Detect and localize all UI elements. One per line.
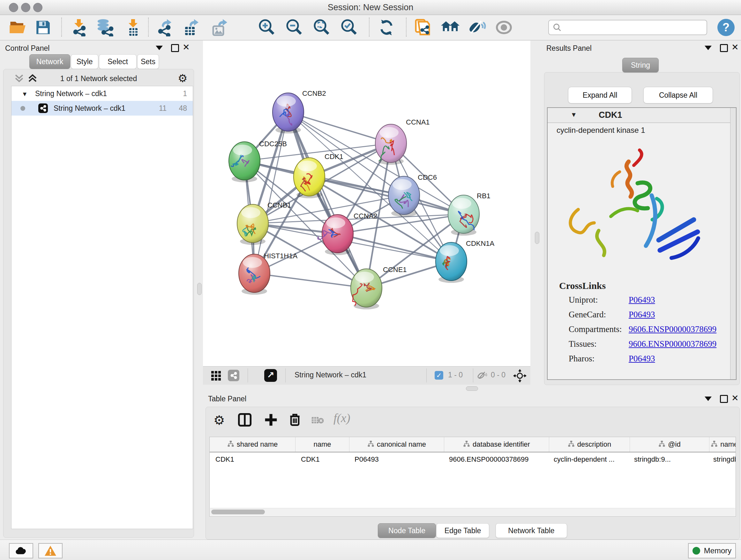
table-options-gear-icon[interactable]: ⚙ (213, 413, 225, 428)
table-cell[interactable]: 9606.ENSP00000378699 (443, 452, 548, 466)
export-image-icon[interactable] (211, 18, 229, 37)
table-horizontal-scrollbar[interactable] (210, 508, 735, 516)
network-row[interactable]: String Network – cdk1 11 48 (11, 101, 193, 116)
fit-content-icon[interactable] (312, 18, 331, 37)
memory-label: Memory (704, 546, 732, 555)
table-cell[interactable]: stringdb:9... (628, 452, 708, 466)
tab-string-results[interactable]: String (622, 58, 659, 72)
network-options-gear-icon[interactable]: ⚙ (178, 72, 187, 84)
results-scrollbar[interactable] (730, 108, 736, 379)
import-network-database-icon[interactable] (95, 18, 114, 37)
bottom-splitter-handle[interactable] (466, 386, 478, 391)
crosslink-compartments-link[interactable]: 9606.ENSP00000378699 (629, 324, 717, 334)
memory-button[interactable]: Memory (688, 543, 736, 558)
results-panel-close-icon[interactable]: ✕ (731, 44, 739, 51)
tab-edge-table[interactable]: Edge Table (436, 523, 489, 538)
cloud-button[interactable] (9, 543, 33, 558)
column-header-name[interactable]: name (295, 437, 349, 452)
control-panel-maximize-icon[interactable] (171, 44, 179, 52)
table-panel-close-icon[interactable]: ✕ (731, 395, 739, 401)
scrollbar-thumb[interactable] (211, 509, 265, 514)
help-icon[interactable]: ? (718, 19, 735, 36)
control-panel-float-icon[interactable] (156, 46, 163, 50)
export-table-icon[interactable] (183, 18, 201, 37)
crosslink-uniprot-link[interactable]: P06493 (629, 295, 655, 305)
grid-view-icon[interactable] (211, 371, 221, 381)
zoom-selected-icon[interactable] (340, 18, 358, 37)
network-node-ccna1[interactable]: CCNA1 (375, 118, 430, 165)
results-panel-maximize-icon[interactable] (720, 44, 728, 52)
export-network-icon[interactable] (156, 18, 174, 37)
network-node-cdc6[interactable]: CDC6 (388, 173, 437, 217)
table-cell[interactable]: cyclin-dependent ... (548, 452, 628, 466)
collection-caret-icon[interactable]: ▼ (22, 87, 28, 102)
column-header-namespac[interactable]: namespac (710, 437, 736, 452)
warning-button[interactable] (38, 543, 63, 558)
table-panel-float-icon[interactable] (704, 396, 712, 401)
column-header-database-identifier[interactable]: database identifier (444, 437, 549, 452)
column-header-shared-name[interactable]: shared name (210, 437, 295, 452)
gene-section-header[interactable]: ▼ CDK1 (548, 108, 736, 123)
left-splitter-handle[interactable] (197, 283, 202, 295)
control-panel-close-icon[interactable]: ✕ (183, 44, 190, 51)
network-node-hist1h1a[interactable]: HIST1H1A (239, 252, 297, 295)
table-cell[interactable]: CDK1 (210, 452, 295, 466)
tab-network[interactable]: Network (29, 54, 70, 69)
birds-eye-view-icon[interactable]: ↗ (264, 369, 277, 382)
show-columns-icon[interactable] (238, 413, 252, 428)
search-input[interactable] (548, 20, 707, 35)
expand-all-button[interactable]: Expand All (568, 87, 632, 104)
first-neighbors-icon[interactable] (441, 18, 460, 37)
network-edge[interactable] (254, 273, 366, 288)
show-all-icon[interactable] (495, 18, 514, 37)
tab-sets[interactable]: Sets (137, 54, 159, 69)
right-splitter-handle[interactable] (535, 232, 539, 244)
network-edge[interactable] (254, 112, 288, 273)
network-collection-row[interactable]: ▼ String Network – cdk1 1 (11, 86, 193, 101)
zoom-out-icon[interactable] (285, 18, 303, 37)
pan-crosshair-icon[interactable] (513, 369, 527, 384)
network-node-ccna2[interactable]: CCNA2 (318, 212, 378, 255)
function-builder-icon[interactable]: f(x) (333, 411, 350, 425)
table-cell[interactable]: CDK1 (295, 452, 349, 466)
table-cell[interactable]: P06493 (349, 452, 443, 466)
column-header-description[interactable]: description (549, 437, 630, 452)
crosslink-tissues-link[interactable]: 9606.ENSP00000378699 (629, 339, 717, 349)
hidden-eye-slash-icon[interactable] (477, 371, 488, 381)
string-view-icon[interactable] (228, 370, 239, 381)
results-panel-float-icon[interactable] (704, 46, 712, 50)
network-node-ccnb2[interactable]: CCNB2 (273, 89, 326, 133)
delete-column-icon[interactable] (288, 413, 301, 428)
crosslink-label: Uniprot: (569, 295, 598, 305)
table-row[interactable]: CDK1CDK1P064939606.ENSP00000378699cyclin… (210, 452, 736, 466)
create-column-icon[interactable] (264, 413, 278, 428)
string-network-graph[interactable]: CCNB2CCNA1CDC25BCDK1CDC6RB1CCNB1CCNA2CDK… (203, 41, 530, 366)
tab-select[interactable]: Select (99, 54, 137, 69)
hide-selected-icon[interactable] (468, 18, 487, 37)
table-panel-maximize-icon[interactable] (720, 395, 728, 403)
refresh-view-icon[interactable] (377, 18, 396, 37)
column-header--id[interactable]: @id (630, 437, 710, 452)
network-node-ccne1[interactable]: CCNE1 (351, 266, 407, 309)
crosslink-genecard-link[interactable]: P06493 (629, 310, 655, 320)
tab-network-table[interactable]: Network Table (495, 523, 567, 538)
gene-collapse-caret-icon[interactable]: ▼ (570, 111, 577, 118)
network-edge[interactable] (288, 112, 366, 288)
import-table-file-icon[interactable] (124, 18, 142, 37)
crosslink-pharos-link[interactable]: P06493 (629, 354, 655, 364)
save-session-icon[interactable] (34, 18, 52, 37)
network-node-rb1[interactable]: RB1 (448, 192, 490, 236)
column-header-canonical-name[interactable]: canonical name (349, 437, 444, 452)
open-file-icon[interactable] (8, 18, 27, 37)
copy-string-network-icon[interactable] (414, 18, 433, 37)
import-network-file-icon[interactable] (70, 18, 88, 37)
network-canvas[interactable]: CCNB2CCNA1CDC25BCDK1CDC6RB1CCNB1CCNA2CDK… (203, 41, 530, 366)
zoom-in-icon[interactable] (257, 18, 276, 37)
selected-checkbox-icon[interactable]: ✓ (434, 371, 443, 380)
network-node-cdkn1a[interactable]: CDKN1A (435, 240, 495, 283)
tab-style[interactable]: Style (71, 54, 98, 69)
table-cell[interactable]: stringdb (708, 452, 736, 466)
tab-node-table[interactable]: Node Table (378, 523, 436, 538)
collapse-all-button[interactable]: Collapse All (643, 87, 713, 104)
delete-table-icon[interactable] (311, 415, 324, 426)
